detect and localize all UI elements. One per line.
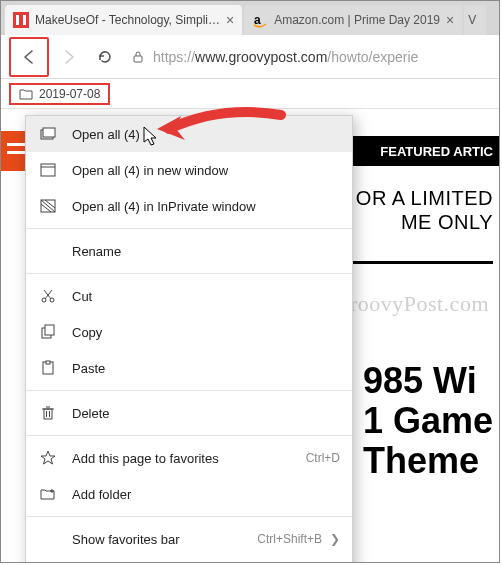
menu-add-page-to-favorites[interactable]: Add this page to favorites Ctrl+D <box>26 440 352 476</box>
folder-plus-icon <box>38 484 58 504</box>
headline: 985 Wi 1 Game Theme <box>363 361 493 481</box>
svg-rect-4 <box>134 56 142 62</box>
menu-label: Add this page to favorites <box>72 451 298 466</box>
menu-add-folder[interactable]: Add folder <box>26 476 352 512</box>
window-icon <box>38 160 58 180</box>
blank-icon <box>38 241 58 261</box>
close-icon[interactable]: × <box>446 12 454 28</box>
forward-button[interactable] <box>53 41 85 73</box>
folder-icon <box>19 88 33 100</box>
tab-title: Amazon.com | Prime Day 2019 <box>274 13 440 27</box>
menu-manage-favorites[interactable]: Manage favorites Ctrl+Shift+O <box>26 557 352 563</box>
menu-open-all-new-window[interactable]: Open all (4) in new window <box>26 152 352 188</box>
highlight-box-back <box>9 37 49 77</box>
chevron-right-icon: ❯ <box>330 532 340 546</box>
tab-overflow[interactable]: V <box>464 5 486 35</box>
menu-show-favorites-bar[interactable]: Show favorites bar Ctrl+Shift+B ❯ <box>26 521 352 557</box>
star-plus-icon <box>38 448 58 468</box>
menu-label: Paste <box>72 361 340 376</box>
copy-icon <box>38 322 58 342</box>
folder-name: 2019-07-08 <box>39 87 100 101</box>
back-button[interactable] <box>13 41 45 73</box>
menu-label: Delete <box>72 406 340 421</box>
menu-label: Open all (4) <box>72 127 340 142</box>
menu-separator <box>26 273 352 274</box>
menu-open-all[interactable]: Open all (4) <box>26 116 352 152</box>
menu-label: Rename <box>72 244 340 259</box>
tab-amazon[interactable]: a Amazon.com | Prime Day 2019 × <box>244 5 462 35</box>
menu-copy[interactable]: Copy <box>26 314 352 350</box>
refresh-button[interactable] <box>89 41 121 73</box>
cut-icon <box>38 286 58 306</box>
menu-shortcut: Ctrl+D <box>306 451 340 465</box>
menu-separator <box>26 228 352 229</box>
menu-separator <box>26 435 352 436</box>
svg-rect-15 <box>46 361 50 364</box>
close-icon[interactable]: × <box>226 12 234 28</box>
menu-separator <box>26 516 352 517</box>
menu-cut[interactable]: Cut <box>26 278 352 314</box>
address-bar[interactable]: https://www.groovypost.com/howto/experie <box>125 42 491 72</box>
menu-open-all-inprivate[interactable]: Open all (4) in InPrivate window <box>26 188 352 224</box>
svg-rect-0 <box>13 12 29 28</box>
menu-label: Show favorites bar <box>72 532 249 547</box>
tab-makeuseof[interactable]: MakeUseOf - Technology, Simpli… × <box>5 5 242 35</box>
url-path: /howto/experie <box>327 49 418 65</box>
url-scheme: https:// <box>153 49 195 65</box>
svg-rect-1 <box>16 15 19 25</box>
svg-rect-2 <box>23 15 26 25</box>
tab-strip: MakeUseOf - Technology, Simpli… × a Amaz… <box>1 1 499 35</box>
menu-label: Open all (4) in InPrivate window <box>72 199 340 214</box>
svg-rect-6 <box>43 128 55 137</box>
menu-label: Open all (4) in new window <box>72 163 340 178</box>
menu-rename[interactable]: Rename <box>26 233 352 269</box>
menu-shortcut: Ctrl+Shift+B <box>257 532 322 546</box>
toolbar: https://www.groovypost.com/howto/experie <box>1 35 499 79</box>
trash-icon <box>38 403 58 423</box>
favorites-bar: 2019-07-08 <box>1 79 499 109</box>
context-menu: Open all (4) Open all (4) in new window … <box>25 115 353 563</box>
menu-label: Cut <box>72 289 340 304</box>
watermark: groovyPost.com <box>338 291 489 317</box>
svg-rect-7 <box>41 164 55 176</box>
paste-icon <box>38 358 58 378</box>
menu-label: Copy <box>72 325 340 340</box>
url-host: www.groovypost.com <box>195 49 327 65</box>
tab-title: MakeUseOf - Technology, Simpli… <box>35 13 220 27</box>
menu-delete[interactable]: Delete <box>26 395 352 431</box>
inprivate-icon <box>38 196 58 216</box>
svg-rect-13 <box>45 325 54 335</box>
favicon-amazon: a <box>252 12 268 28</box>
lock-icon <box>131 50 145 64</box>
menu-label: Add folder <box>72 487 340 502</box>
blank-icon <box>38 529 58 549</box>
menu-paste[interactable]: Paste <box>26 350 352 386</box>
menu-separator <box>26 390 352 391</box>
favicon-makeuseof <box>13 12 29 28</box>
tab-title: V <box>468 13 482 27</box>
promo-text: OR A LIMITED ME ONLY <box>356 186 493 234</box>
favorites-folder[interactable]: 2019-07-08 <box>9 83 110 105</box>
tabs-icon <box>38 124 58 144</box>
svg-rect-16 <box>44 409 52 419</box>
